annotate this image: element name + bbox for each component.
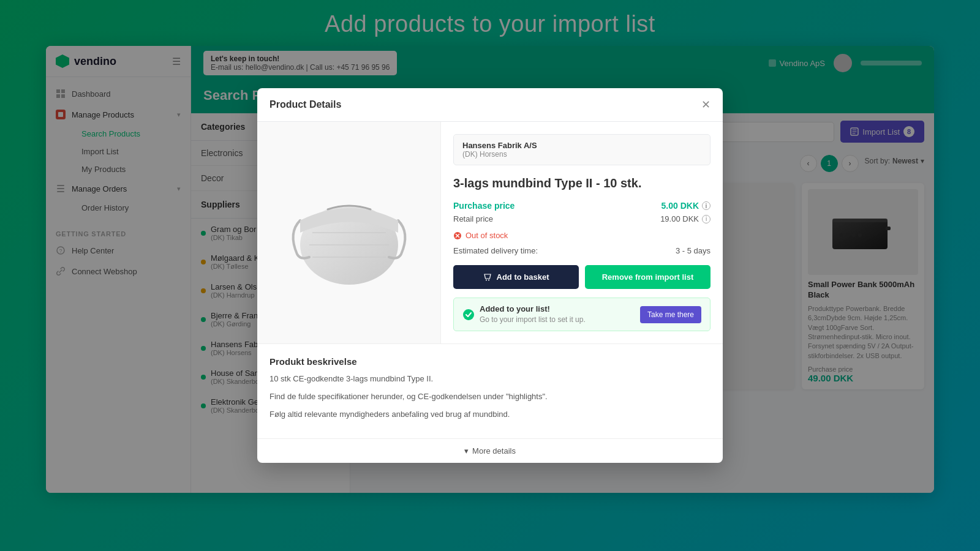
delivery-row: Estimated delivery time: 3 - 5 days — [453, 246, 710, 255]
take-me-there-button[interactable]: Take me there — [640, 306, 701, 323]
modal-description: Produkt beskrivelse 10 stk CE-godkendte … — [257, 343, 723, 438]
modal-buttons: Add to basket Remove from import list — [453, 265, 710, 289]
svg-point-28 — [486, 279, 487, 280]
retail-price-row: Retail price 19.00 DKK i — [453, 214, 710, 223]
added-check-icon — [462, 309, 475, 321]
desc-line-0: 10 stk CE-godkendte 3-lags mundbind Type… — [270, 373, 710, 386]
modal-info-section: Hansens Fabrik A/S (DK) Horsens 3-lags m… — [441, 122, 723, 343]
modal-header: Product Details ✕ — [257, 88, 723, 122]
svg-point-30 — [463, 309, 474, 320]
retail-price-value: 19.00 DKK i — [660, 214, 710, 223]
retail-price-info-icon[interactable]: i — [702, 215, 710, 223]
description-title: Produkt beskrivelse — [270, 356, 710, 367]
chevron-down-details-icon: ▾ — [464, 446, 469, 455]
supplier-box: Hansens Fabrik A/S (DK) Horsens — [453, 134, 710, 165]
purchase-price-value: 5.00 DKK i — [662, 201, 710, 211]
basket-icon — [483, 273, 492, 282]
retail-price-label: Retail price — [453, 214, 493, 223]
remove-from-import-button[interactable]: Remove from import list — [585, 265, 710, 289]
delivery-label: Estimated delivery time: — [453, 246, 538, 255]
product-image-mask — [282, 165, 417, 300]
more-details-button[interactable]: ▾ More details — [257, 438, 723, 463]
modal-close-button[interactable]: ✕ — [701, 98, 710, 111]
purchase-price-label: Purchase price — [453, 201, 514, 211]
product-details-modal: Product Details ✕ — [257, 88, 723, 462]
delivery-value: 3 - 5 days — [676, 246, 710, 255]
purchase-price-row: Purchase price 5.00 DKK i — [453, 201, 710, 211]
svg-point-29 — [488, 279, 489, 280]
purchase-price-info-icon[interactable]: i — [702, 201, 710, 210]
added-to-list-banner: Added to your list! Go to your import li… — [453, 298, 710, 331]
modal-product-name: 3-lags mundbind Type II - 10 stk. — [453, 175, 710, 191]
desc-line-1: Find de fulde specifikationer herunder, … — [270, 391, 710, 403]
add-to-basket-button[interactable]: Add to basket — [453, 265, 579, 289]
supplier-name: Hansens Fabrik A/S — [462, 141, 701, 150]
modal-overlay: Product Details ✕ — [0, 0, 980, 551]
modal-body: Hansens Fabrik A/S (DK) Horsens 3-lags m… — [257, 122, 723, 343]
modal-title: Product Details — [270, 99, 341, 110]
modal-image-section — [257, 122, 441, 343]
supplier-location: (DK) Horsens — [462, 150, 701, 159]
stock-status: Out of stock — [453, 231, 710, 240]
desc-line-2: Følg altid relevante myndigheders anbefa… — [270, 408, 710, 421]
out-of-stock-icon — [453, 231, 462, 240]
